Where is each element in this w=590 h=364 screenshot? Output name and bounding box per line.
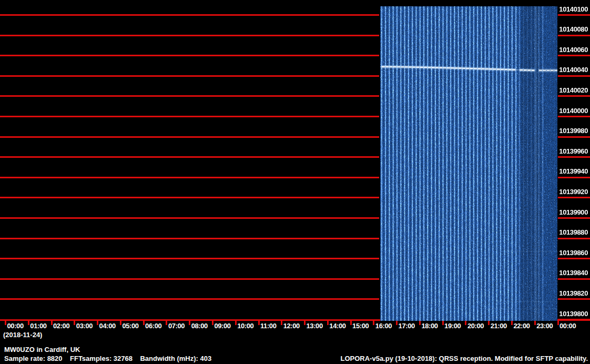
freq-tick-label: 10139820: [541, 289, 588, 297]
freq-tick-label: 10140040: [541, 66, 588, 74]
time-tick: [28, 319, 29, 325]
freq-gridline: [0, 75, 379, 77]
freq-tick-label: 10139800: [541, 310, 588, 318]
freq-tick: [558, 116, 590, 117]
time-tick-label: 16:00: [375, 322, 392, 330]
time-tick: [166, 319, 167, 325]
freq-tick: [558, 217, 590, 219]
freq-gridline: [0, 156, 379, 158]
freq-tick: [558, 156, 590, 158]
freq-tick-label: 10140060: [541, 46, 588, 54]
time-tick-label: 19:00: [444, 322, 461, 330]
freq-gridline: [0, 14, 379, 16]
time-tick-label: 21:00: [491, 322, 507, 330]
time-tick: [373, 319, 374, 325]
time-tick-label: 06:00: [145, 322, 161, 330]
time-tick-label: 09:00: [214, 322, 230, 330]
time-tick: [5, 319, 6, 325]
time-tick: [51, 319, 53, 325]
freq-tick-label: 10139940: [541, 167, 588, 175]
time-tick: [235, 319, 237, 325]
time-tick-label: 22:00: [513, 322, 530, 330]
freq-tick-label: 10140020: [541, 86, 588, 94]
software-credit-text: LOPORA-v5a.py (19-10-2018): QRSS recepti…: [340, 355, 588, 362]
time-tick-label: 03:00: [76, 322, 93, 330]
freq-gridline: [0, 177, 379, 178]
time-tick: [258, 319, 260, 325]
time-tick-label: 11:00: [260, 322, 277, 330]
freq-tick: [558, 258, 590, 259]
time-tick: [97, 319, 98, 325]
freq-tick-label: 10139840: [541, 269, 588, 277]
freq-tick: [558, 177, 590, 178]
time-tick-label: 17:00: [399, 322, 415, 330]
time-tick: [143, 319, 145, 325]
freq-gridline: [0, 35, 379, 36]
freq-tick: [558, 278, 590, 280]
time-tick-label: 01:00: [30, 322, 46, 330]
freq-tick-label: 10139880: [541, 228, 588, 236]
freq-tick: [558, 95, 590, 97]
freq-gridline: [0, 258, 379, 259]
freq-tick-label: 10139900: [541, 208, 588, 216]
freq-gridline: [0, 298, 379, 300]
freq-tick-label: 10139960: [541, 147, 588, 155]
time-tick-label: 02:00: [53, 322, 69, 330]
capture-settings-text: Sample rate: 8820 FFTsamples: 32768 Band…: [4, 355, 211, 362]
freq-tick: [558, 136, 590, 138]
time-tick-label: 14:00: [329, 322, 345, 330]
freq-tick-label: 10139920: [541, 188, 588, 196]
time-tick-label: 10:00: [237, 322, 253, 330]
qrss-grabber-screenshot: 1014010010140080101400601014004010140020…: [0, 0, 590, 364]
time-tick: [212, 319, 213, 325]
time-tick: [281, 319, 282, 325]
freq-tick-label: 10140000: [541, 107, 588, 115]
time-tick-label: 08:00: [191, 322, 208, 330]
time-tick-label: 18:00: [421, 322, 438, 330]
freq-tick-label: 10139860: [541, 249, 588, 257]
date-label: (2018-11-24): [3, 331, 42, 339]
freq-gridline: [0, 136, 379, 138]
freq-gridline: [0, 278, 379, 280]
freq-tick: [558, 55, 590, 56]
time-tick: [74, 319, 75, 325]
station-info-text: MW0UZO in Cardiff, UK: [4, 346, 80, 353]
freq-tick: [558, 14, 590, 16]
freq-tick: [558, 197, 590, 198]
freq-tick-label: 10139980: [541, 127, 588, 135]
freq-tick-label: 10140080: [541, 25, 588, 33]
time-tick-label: 05:00: [122, 322, 138, 330]
freq-tick: [558, 238, 590, 239]
time-tick-label: 00:00: [7, 322, 24, 330]
freq-gridline: [0, 238, 379, 239]
time-tick: [327, 319, 329, 325]
spectrogram-waterfall: [380, 6, 557, 321]
time-tick: [120, 319, 121, 325]
time-tick: [350, 319, 352, 325]
freq-gridline: [0, 197, 379, 198]
freq-gridline: [0, 116, 379, 117]
time-tick-label: 00:00: [560, 322, 576, 330]
time-tick-label: 12:00: [283, 322, 300, 330]
time-tick-label: 15:00: [352, 322, 369, 330]
freq-tick: [558, 298, 590, 300]
time-tick-label: 04:00: [99, 322, 116, 330]
freq-tick: [558, 75, 590, 77]
time-tick: [189, 319, 190, 325]
time-tick-label: 23:00: [536, 322, 553, 330]
freq-gridline: [0, 55, 379, 56]
time-tick-label: 07:00: [168, 322, 185, 330]
freq-gridline: [0, 217, 379, 219]
time-tick: [304, 319, 306, 325]
time-tick-label: 20:00: [467, 322, 484, 330]
freq-tick: [558, 35, 590, 36]
time-tick-label: 13:00: [307, 322, 323, 330]
freq-gridline: [0, 95, 379, 97]
freq-tick-label: 10140100: [541, 5, 588, 13]
